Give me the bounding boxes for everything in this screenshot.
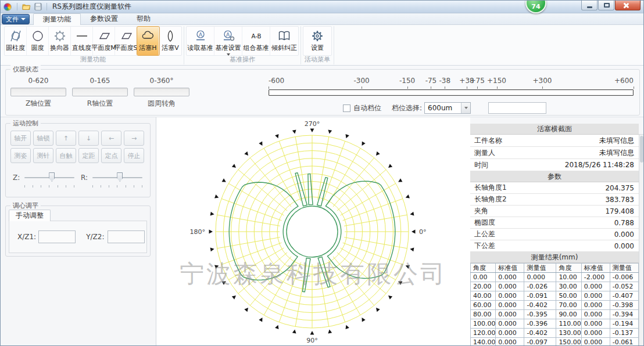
motion-button-↑[interactable]: ↑ xyxy=(56,131,76,146)
window-title: RS系列圆柱度仪测量软件 xyxy=(52,2,131,12)
close-button[interactable] xyxy=(615,1,641,10)
r-axis-slider[interactable]: R: xyxy=(78,169,146,192)
main-area: 运动控制 轴开轴锁↑↓←→测姿测针自触定距定点停止 Z: R: xyxy=(1,117,644,346)
ribbon-button-读取基准[interactable]: A读取基准 xyxy=(187,27,214,55)
tick-mark xyxy=(58,185,58,188)
measurement-results-table: 角度标准值测量值角度标准值测量值 0.000.0000.00010.00-2.0… xyxy=(470,263,639,346)
param-row-椭圆度: 椭圆度0.788 xyxy=(470,217,639,229)
ribbon-button-label: 组合基准 xyxy=(244,44,269,52)
motion-button-↓[interactable]: ↓ xyxy=(78,131,99,146)
ribbon-group-基准操作: A读取基准A基准设置A-B组合基准倾斜纠正基准操作 xyxy=(184,26,301,64)
table-row[interactable]: 0.000.0000.00010.00-2.000-0.006 xyxy=(471,273,639,282)
info-value: 2018/5/26 11:48:28 xyxy=(565,161,639,169)
motion-button-定距[interactable]: 定距 xyxy=(78,148,99,163)
angle-label-270°: 270° xyxy=(305,120,320,128)
tab-参数设置[interactable]: 参数设置 xyxy=(81,13,127,25)
ribbon-button-label: 换向器 xyxy=(50,44,69,52)
table-row[interactable]: 40.000.000-0.09150.000.000-0.407 xyxy=(471,291,639,301)
results-scrollbar[interactable] xyxy=(639,134,644,346)
gear-select-dropdown[interactable]: 600um xyxy=(424,102,471,114)
meter-label: Z轴位置 xyxy=(10,99,66,109)
open-file-icon[interactable] xyxy=(22,2,31,11)
ribbon-button-圆柱度[interactable]: 圆柱度 xyxy=(5,27,27,55)
gauge-bar xyxy=(269,89,634,96)
info-row-测量人: 测量人未填写信息 xyxy=(470,147,639,159)
results-cell: 0.000 xyxy=(496,291,524,301)
motion-button-停止[interactable]: 停止 xyxy=(124,148,144,163)
motion-button-→[interactable]: → xyxy=(124,131,144,146)
table-row[interactable]: 140.000.000-0.097150.000.000-0.061 xyxy=(471,338,639,346)
tab-manual-adjust[interactable]: 手动调整 xyxy=(9,210,51,221)
tick-mark xyxy=(126,185,126,188)
results-cell: 0.000 xyxy=(496,273,524,282)
table-row[interactable]: 120.000.000-0.402130.000.000-0.137 xyxy=(471,329,639,338)
results-cell: 0.000 xyxy=(581,338,610,346)
motion-button-测针[interactable]: 测针 xyxy=(33,148,53,163)
ribbon-button-倾斜纠正[interactable]: 倾斜纠正 xyxy=(270,27,298,55)
ribbon-button-活塞H[interactable]: 活塞H xyxy=(137,27,159,55)
motion-button-←[interactable]: ← xyxy=(101,131,121,146)
ruler-tick xyxy=(634,86,634,89)
yz2-field[interactable] xyxy=(108,230,145,243)
save-file-icon[interactable] xyxy=(33,2,42,11)
param-label: 夹角 xyxy=(470,206,605,216)
gear-row: 自动档位 档位选择: 600um xyxy=(269,102,546,114)
scrollbar-thumb[interactable] xyxy=(640,136,643,163)
angle-label-90°: 90° xyxy=(306,337,318,344)
results-cell: 0.000 xyxy=(496,310,524,319)
left-panel: 运动控制 轴开轴锁↑↓←→测姿测针自触定距定点停止 Z: R: xyxy=(1,117,156,346)
ruler-tick xyxy=(497,86,498,89)
app-logo-icon[interactable] xyxy=(3,3,12,11)
ribbon-button-label: 活塞H xyxy=(139,44,156,52)
gear-value-field[interactable] xyxy=(488,102,546,114)
results-cell: 150.00 xyxy=(556,338,581,346)
motion-button-自触[interactable]: 自触 xyxy=(56,148,76,163)
tab-测量功能[interactable]: 测量功能 xyxy=(33,13,81,25)
ribbon-toolbar: 圆柱度圆度换向器直线度平面度M平面度S活塞H活塞V测量功能A读取基准A基准设置A… xyxy=(1,25,643,66)
ribbon-button-换向器[interactable]: 换向器 xyxy=(49,27,71,55)
motion-button-定点[interactable]: 定点 xyxy=(101,148,121,163)
table-row[interactable]: 20.000.000-0.02630.000.000-0.052 xyxy=(471,282,639,291)
motion-button-测姿[interactable]: 测姿 xyxy=(10,148,31,163)
ribbon-button-基准设置[interactable]: A基准设置 xyxy=(214,27,242,55)
param-value: 179.408 xyxy=(605,207,639,215)
info-value: 未填写信息 xyxy=(599,136,639,146)
table-row[interactable]: 60.000.000-0.40270.000.000-0.398 xyxy=(471,301,639,310)
instrument-status-group: 仪器状态 0-620Z轴位置0-165R轴位置0-360°圆周转角 -600-3… xyxy=(5,69,640,116)
maximize-button[interactable] xyxy=(598,1,614,10)
results-cell: 10.00 xyxy=(556,273,581,282)
tab-帮助[interactable]: 帮助 xyxy=(127,13,160,25)
results-col-header: 测量值 xyxy=(610,264,638,273)
ruler-tick xyxy=(362,86,362,89)
ribbon-button-平面度M[interactable]: 平面度M xyxy=(93,27,115,55)
axis-meter-圆周转角: 0-360°圆周转角 xyxy=(134,77,189,109)
results-cell: 110.00 xyxy=(556,319,581,329)
ribbon-button-平面度S[interactable]: 平面度S xyxy=(115,27,137,55)
ribbon-button-圆度[interactable]: 圆度 xyxy=(27,27,49,55)
xz1-field[interactable] xyxy=(38,230,76,243)
motion-button-轴开[interactable]: 轴开 xyxy=(10,131,31,146)
table-row[interactable]: 100.000.000-0.396110.000.000-0.194 xyxy=(471,319,639,329)
ribbon-button-组合基准[interactable]: A-B组合基准 xyxy=(242,27,270,55)
param-label: 椭圆度 xyxy=(470,218,614,228)
results-cell: -0.402 xyxy=(524,329,556,338)
dropdown-arrow-icon[interactable] xyxy=(461,103,470,113)
ribbon-group-label: 测量功能 xyxy=(2,55,184,64)
ribbon-button-活塞V[interactable]: 活塞V xyxy=(159,27,181,55)
motion-button-轴锁[interactable]: 轴锁 xyxy=(33,131,53,146)
ribbon-button-设置[interactable]: 设置 xyxy=(303,27,331,55)
param-label: 下公差 xyxy=(470,241,614,251)
ribbon-button-直线度[interactable]: 直线度 xyxy=(71,27,93,55)
file-menu-button[interactable]: 文件 xyxy=(2,14,30,24)
results-cell: -0.398 xyxy=(610,301,638,310)
tilt-correct-icon xyxy=(277,29,291,43)
z-axis-slider[interactable]: Z: xyxy=(10,169,78,192)
z-slider-thumb[interactable] xyxy=(49,172,55,182)
ribbon-tabs: 测量功能参数设置帮助 xyxy=(33,13,160,25)
ruler-tick xyxy=(269,86,269,89)
table-row[interactable]: 80.000.000-0.39590.000.000-0.394 xyxy=(471,310,639,319)
r-slider-thumb[interactable] xyxy=(117,172,123,182)
results-cell: 0.000 xyxy=(581,329,610,338)
minimize-button[interactable] xyxy=(581,1,598,10)
auto-gear-checkbox[interactable] xyxy=(343,104,350,112)
